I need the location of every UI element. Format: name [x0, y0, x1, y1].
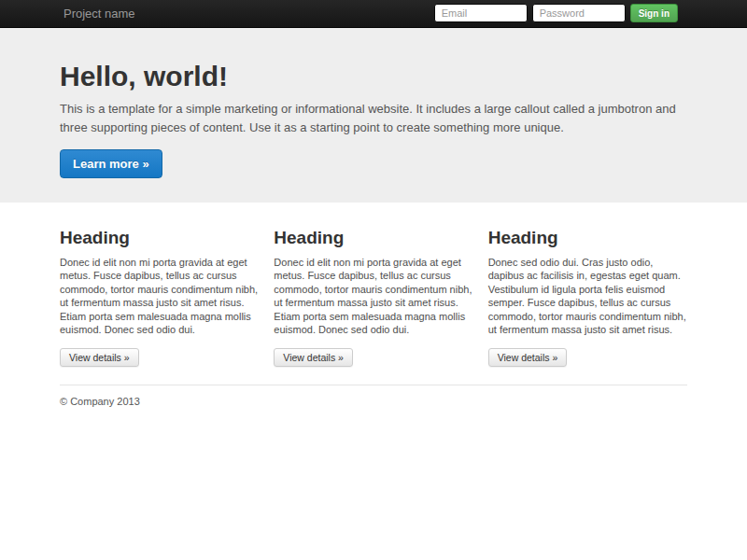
footer-divider — [60, 385, 687, 385]
main-content: Heading Donec id elit non mi porta gravi… — [60, 228, 687, 407]
navbar: Project name Sign in — [0, 0, 747, 28]
sign-in-button[interactable]: Sign in — [630, 4, 678, 22]
jumbotron-title: Hello, world! — [60, 62, 687, 91]
column-body: Donec sed odio dui. Cras justo odio, dap… — [488, 256, 687, 337]
marketing-column-2: Heading Donec id elit non mi porta gravi… — [274, 228, 472, 367]
column-body: Donec id elit non mi porta gravida at eg… — [274, 256, 472, 337]
column-heading: Heading — [488, 228, 687, 248]
copyright-text: © Company 2013 — [60, 396, 687, 407]
marketing-column-1: Heading Donec id elit non mi porta gravi… — [60, 228, 259, 367]
view-details-button-1[interactable]: View details » — [60, 348, 139, 367]
signin-form: Sign in — [434, 4, 678, 22]
column-heading: Heading — [60, 228, 259, 248]
jumbotron-description: This is a template for a simple marketin… — [60, 100, 687, 137]
navbar-brand[interactable]: Project name — [63, 0, 135, 27]
marketing-column-3: Heading Donec sed odio dui. Cras justo o… — [488, 228, 687, 367]
column-body: Donec id elit non mi porta gravida at eg… — [60, 256, 259, 337]
password-field[interactable] — [532, 4, 626, 22]
email-field[interactable] — [434, 4, 528, 22]
jumbotron: Hello, world! This is a template for a s… — [0, 28, 747, 203]
learn-more-button[interactable]: Learn more » — [60, 149, 162, 178]
marketing-columns: Heading Donec id elit non mi porta gravi… — [60, 228, 687, 367]
column-heading: Heading — [274, 228, 472, 248]
view-details-button-3[interactable]: View details » — [488, 348, 568, 367]
footer: © Company 2013 — [60, 396, 687, 407]
view-details-button-2[interactable]: View details » — [274, 348, 353, 367]
